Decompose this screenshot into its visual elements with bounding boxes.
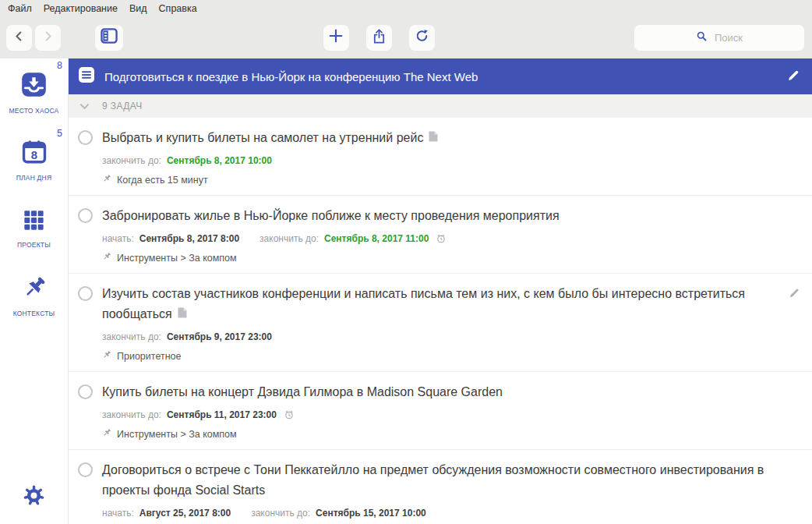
menubar: Файл Редактирование Вид Справка — [0, 0, 812, 16]
due-date: Сентябрь 9, 2017 23:00 — [167, 331, 272, 342]
tasks-section-header[interactable]: 9 ЗАДАЧ — [69, 94, 812, 118]
toolbar-actions — [323, 25, 435, 51]
refresh-button[interactable] — [409, 25, 435, 51]
task-checkbox[interactable] — [78, 462, 93, 477]
task-row[interactable]: Изучить состав участников конференции и … — [69, 274, 812, 372]
due-date: Сентябрь 15, 2017 10:00 — [316, 508, 426, 519]
back-button[interactable] — [6, 25, 32, 51]
task-title: Забронировать жилье в Нью-Йорке поближе … — [102, 206, 801, 226]
task-checkbox[interactable] — [78, 208, 93, 223]
sidebar-item-label: КОНТЕКСТЫ — [13, 310, 55, 317]
search-placeholder: Поиск — [715, 32, 743, 44]
content-area: Подготовиться к поездке в Нью-Йорк на ко… — [69, 58, 812, 524]
sidebar-toggle-icon — [101, 28, 118, 47]
task-due: закончить до: Сентябрь 11, 2017 23:00 — [102, 409, 801, 420]
task-title: Купить билеты на концерт Дэвида Гилмора … — [102, 382, 801, 402]
back-icon — [13, 30, 25, 45]
alarm-icon — [284, 409, 295, 420]
add-button[interactable] — [323, 25, 349, 51]
start-date: Август 25, 2017 8:00 — [139, 508, 231, 519]
task-row[interactable]: Купить билеты на концерт Дэвида Гилмора … — [69, 372, 812, 450]
app-window: Файл Редактирование Вид Справка — [0, 0, 812, 524]
calendar-icon: 8 — [21, 139, 48, 168]
menu-help[interactable]: Справка — [159, 3, 197, 16]
task-dates: начать: Сентябрь 8, 2017 8:00 закончить … — [102, 233, 801, 244]
task-title: Изучить состав участников конференции и … — [102, 284, 779, 324]
alarm-icon — [436, 233, 447, 244]
task-title: Договориться о встрече с Тони Пеккатейлл… — [102, 460, 801, 501]
sidebar-toggle-button[interactable] — [95, 25, 123, 51]
context-label: Приоритетное — [117, 351, 181, 362]
note-icon — [429, 128, 438, 148]
task-title: Выбрать и купить билеты на самолет на ут… — [102, 128, 801, 148]
task-body: Выбрать и купить билеты на самолет на ут… — [102, 128, 801, 186]
refresh-icon — [414, 28, 430, 47]
menu-view[interactable]: Вид — [129, 3, 147, 16]
task-row[interactable]: Забронировать жилье в Нью-Йорке поближе … — [69, 196, 812, 274]
pin-icon — [102, 252, 111, 264]
context-label: Когда есть 15 минут — [117, 175, 208, 186]
add-icon — [327, 27, 344, 48]
task-checkbox[interactable] — [78, 286, 93, 301]
menu-file[interactable]: Файл — [8, 3, 32, 16]
edit-project-button[interactable] — [787, 69, 800, 85]
task-row[interactable]: Договориться о встрече с Тони Пеккатейлл… — [69, 450, 812, 524]
context-label: Инструменты > За компом — [117, 429, 237, 440]
task-context[interactable]: Инструменты > За компом — [102, 428, 801, 440]
pin-icon — [102, 350, 111, 362]
list-icon — [79, 67, 94, 86]
sidebar-item-label: ПРОЕКТЫ — [17, 241, 51, 249]
due-date: Сентябрь 8, 2017 11:00 — [324, 233, 429, 244]
menu-edit[interactable]: Редактирование — [44, 3, 118, 16]
project-title: Подготовиться к поездке в Нью-Йорк на ко… — [104, 70, 777, 83]
pin-icon — [102, 428, 111, 440]
window-chrome: Файл Редактирование Вид Справка — [0, 0, 812, 58]
gear-icon — [23, 496, 45, 509]
due-date: Сентябрь 11, 2017 23:00 — [167, 409, 277, 420]
task-body: Договориться о встрече с Тони Пеккатейлл… — [102, 460, 801, 519]
task-context[interactable]: Приоритетное — [102, 350, 779, 362]
task-checkbox[interactable] — [78, 384, 93, 399]
sidebar-item-day-plan[interactable]: 5 8 ПЛАН ДНЯ — [0, 126, 68, 194]
share-icon — [372, 28, 387, 48]
nav-group — [6, 25, 61, 51]
inbox-icon — [20, 71, 48, 101]
note-icon — [178, 304, 187, 324]
sidebar-item-label: ПЛАН ДНЯ — [16, 174, 52, 182]
due-date: Сентябрь 8, 2017 10:00 — [167, 155, 272, 166]
task-context[interactable]: Когда есть 15 минут — [102, 174, 801, 186]
project-header: Подготовиться к поездке в Нью-Йорк на ко… — [69, 58, 812, 94]
task-due: закончить до: Сентябрь 9, 2017 23:00 — [102, 331, 779, 342]
start-date: Сентябрь 8, 2017 8:00 — [139, 233, 239, 244]
grid-icon — [22, 208, 46, 235]
pushpin-icon — [21, 274, 48, 304]
svg-text:8: 8 — [30, 149, 37, 161]
task-body: Забронировать жилье в Нью-Йорке поближе … — [102, 206, 801, 264]
pin-icon — [102, 174, 111, 186]
task-body: Изучить состав участников конференции и … — [102, 284, 779, 362]
share-button[interactable] — [366, 25, 392, 51]
chaos-badge: 8 — [57, 60, 62, 71]
edit-task-button[interactable] — [789, 287, 801, 362]
context-label: Инструменты > За компом — [117, 253, 237, 264]
task-context[interactable]: Инструменты > За компом — [102, 252, 801, 264]
forward-button[interactable] — [35, 25, 61, 51]
task-checkbox[interactable] — [78, 130, 93, 145]
main-area: 8 МЕСТО ХАОСА 5 8 ПЛАН ДНЯ ПРОЕКТЫ — [0, 58, 812, 524]
task-body: Купить билеты на концерт Дэвида Гилмора … — [102, 382, 801, 440]
settings-button[interactable] — [23, 484, 45, 510]
sidebar-item-projects[interactable]: ПРОЕКТЫ — [0, 194, 68, 262]
search-input[interactable]: Поиск — [634, 25, 804, 51]
task-list: Выбрать и купить билеты на самолет на ут… — [69, 118, 812, 524]
forward-icon — [42, 30, 54, 45]
sidebar-item-contexts[interactable]: КОНТЕКСТЫ — [0, 262, 68, 330]
task-row[interactable]: Выбрать и купить билеты на самолет на ут… — [69, 118, 812, 196]
day-plan-badge: 5 — [57, 128, 62, 139]
task-due: закончить до: Сентябрь 8, 2017 10:00 — [102, 155, 801, 166]
tasks-count-label: 9 ЗАДАЧ — [102, 101, 143, 112]
chevron-down-icon — [79, 99, 90, 113]
sidebar-item-chaos[interactable]: 8 МЕСТО ХАОСА — [0, 58, 68, 126]
sidebar-item-label: МЕСТО ХАОСА — [9, 107, 59, 115]
sidebar: 8 МЕСТО ХАОСА 5 8 ПЛАН ДНЯ ПРОЕКТЫ — [0, 58, 69, 524]
task-dates: начать: Август 25, 2017 8:00 закончить д… — [102, 508, 801, 519]
